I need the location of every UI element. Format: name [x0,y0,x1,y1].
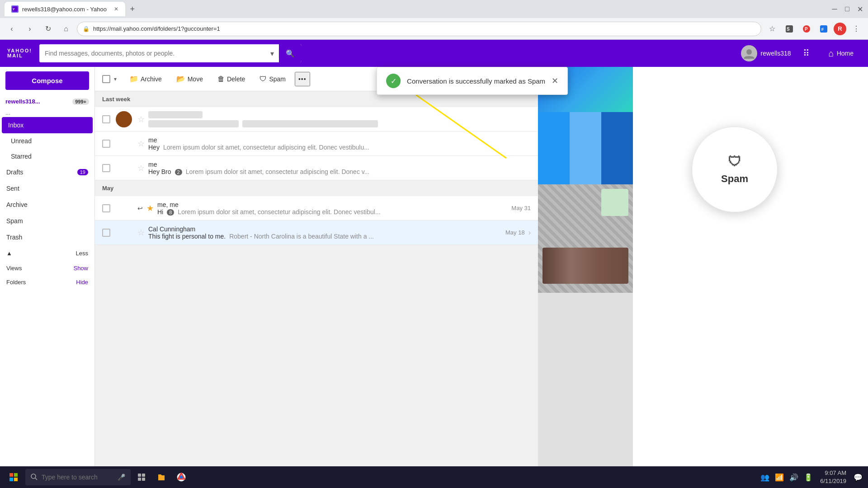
move-btn[interactable]: 📂 Move [171,72,208,86]
email-star-me-me[interactable]: ★ [146,203,154,213]
sidebar-item-spam[interactable]: Spam [0,213,94,229]
email-item-me1[interactable]: ☆ me Hey Lorem ipsum dolor sit amet, con… [95,131,538,156]
email-expand-arrow[interactable]: › [528,229,531,237]
apps-grid-btn[interactable]: ⠿ [798,48,814,59]
email-preview-me-me: Hi 8 Lorem ipsum dolor sit amet, consect… [157,208,506,216]
search-bar[interactable]: ▾ 🔍 [39,44,302,62]
views-show-btn[interactable]: Show [73,265,88,272]
profile-avatar-btn[interactable]: R [834,23,846,35]
maximize-btn[interactable]: □ [844,5,851,13]
email-item-me-me[interactable]: ↩ ★ me, me Hi 8 Lorem ipsum dolor sit am… [95,196,538,221]
svg-text:P: P [805,27,808,32]
inbox-count-badge: 999+ [72,99,89,105]
delete-icon: 🗑 [217,75,225,83]
sidebar-item-starred[interactable]: Starred [0,149,94,164]
folders-hide-btn[interactable]: Hide [76,279,88,286]
archive-btn[interactable]: 📁 Archive [124,72,167,86]
search-input[interactable] [39,44,266,62]
extension-btn3[interactable]: F [816,22,831,36]
sidebar-item-archive[interactable]: Archive [0,197,94,213]
svg-line-25 [35,478,37,480]
delete-label: Delete [227,75,245,83]
home-btn[interactable]: ⌂ Home [821,48,861,59]
address-bar[interactable]: 🔒 https://mail.yahoo.com/d/folders/1?guc… [77,22,761,36]
back-btn[interactable]: ‹ [5,22,19,36]
tab-close-btn[interactable]: ✕ [114,6,118,12]
email-date-me-me: May 31 [511,205,531,211]
browser-actions: ☆ S P F R ⋮ [765,22,863,36]
email-checkbox-me1[interactable] [102,140,110,148]
close-btn[interactable]: ✕ [856,5,863,13]
sidebar-ellipsis[interactable]: ... [0,108,94,117]
volume-icon[interactable]: 🔊 [788,473,800,482]
task-view-btn[interactable] [132,468,151,486]
email-count-me2: 2 [175,169,182,175]
menu-btn[interactable]: ⋮ [849,22,863,36]
sidebar-item-trash[interactable]: Trash [0,229,94,245]
extension-btn2[interactable]: P [799,22,814,36]
file-explorer-btn[interactable] [152,468,170,486]
microphone-icon[interactable]: 🎤 [118,474,125,481]
spam-btn[interactable]: 🛡 Spam [254,72,291,86]
browser-titlebar: Y rewells318@yahoo.com - Yahoo ✕ + ─ □ ✕ [0,0,868,18]
taskbar-clock[interactable]: 9:07 AM 6/11/2019 [816,469,850,485]
toast-close-btn[interactable]: ✕ [552,76,558,86]
sidebar-account[interactable]: rewells318... 999+ [0,94,94,108]
browser-tab[interactable]: Y rewells318@yahoo.com - Yahoo ✕ [5,2,125,16]
battery-icon[interactable]: 🔋 [802,473,815,482]
email-star-me1[interactable]: ☆ [137,139,145,149]
minimize-btn[interactable]: ─ [831,5,838,13]
taskbar-search[interactable]: 🎤 [25,469,131,485]
compose-button[interactable]: Compose [5,71,89,90]
people-icon[interactable]: 👥 [759,473,771,482]
reload-btn[interactable]: ↻ [41,22,55,36]
sidebar-item-unread[interactable]: Unread [0,133,94,149]
svg-rect-28 [138,478,141,481]
home-browser-btn[interactable]: ⌂ [59,22,73,36]
email-item-blurred[interactable]: ☆ [95,107,538,131]
new-tab-btn[interactable]: + [125,2,140,16]
drafts-badge: 19 [77,169,88,175]
email-item-cal[interactable]: ☆ Cal Cunningham This fight is personal … [95,221,538,245]
search-submit-btn[interactable]: 🔍 [279,44,302,62]
bookmark-btn[interactable]: ☆ [765,22,779,36]
home-icon: ⌂ [829,48,834,59]
spam-label: Spam [6,217,23,225]
delete-btn[interactable]: 🗑 Delete [212,72,250,86]
email-star[interactable]: ☆ [137,114,145,124]
email-preview-cal: This fight is personal to me. Robert - N… [148,233,500,240]
sidebar-item-inbox[interactable]: Inbox [2,117,93,133]
select-dropdown-chevron[interactable]: ▾ [114,76,117,82]
notification-btn[interactable]: 💬 [852,473,864,482]
email-content-cal: Cal Cunningham This fight is personal to… [148,225,500,240]
mail-header: YAHOO! MAIL ▾ 🔍 rewells318 ⠿ ⌂ Home [0,40,868,67]
sidebar-item-drafts[interactable]: Drafts 19 [0,164,94,180]
svg-text:S: S [787,27,790,32]
chrome-browser-btn[interactable] [172,468,190,486]
select-all-checkbox[interactable] [102,75,110,83]
sidebar-item-sent[interactable]: Sent [0,180,94,197]
email-checkbox-me-me[interactable] [102,204,110,212]
toast-overlay: ✓ Conversation is successfully marked as… [377,67,568,95]
email-star-me2[interactable]: ☆ [137,163,145,173]
email-checkbox[interactable] [102,115,110,123]
extension-btn1[interactable]: S [782,22,797,36]
header-user[interactable]: rewells318 [741,45,791,61]
network-icon[interactable]: 📶 [773,473,786,482]
search-dropdown-btn[interactable]: ▾ [266,49,279,58]
email-item-me2[interactable]: ☆ me Hey Bro 2 Lorem ipsum dolor sit ame… [95,156,538,180]
sidebar-less-btn[interactable]: ▲ Less [0,245,94,261]
toast-check-icon: ✓ [386,74,401,88]
more-actions-btn[interactable]: ••• [295,72,310,86]
blurred-subject [148,120,239,127]
taskbar-search-input[interactable] [42,474,114,481]
email-checkbox-cal[interactable] [102,229,110,237]
url-text: https://mail.yahoo.com/d/folders/1?gucco… [93,25,220,32]
svg-text:F: F [821,27,824,32]
email-star-cal[interactable]: ☆ [137,228,145,238]
forward-btn[interactable]: › [23,22,37,36]
email-sender-me1: me [148,136,531,144]
svg-point-9 [746,49,752,55]
email-checkbox-me2[interactable] [102,164,110,172]
start-btn[interactable] [4,467,24,487]
